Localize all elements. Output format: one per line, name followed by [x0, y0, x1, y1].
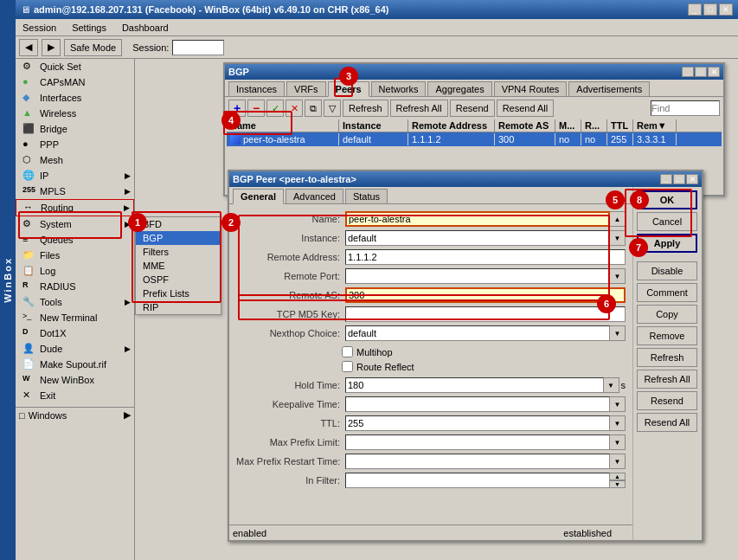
in-filter-input[interactable]	[345, 473, 610, 488]
sidebar-item-log[interactable]: 📋 Log	[16, 263, 134, 279]
nexthop-dropdown[interactable]: ▼	[610, 325, 626, 341]
bgp-peer-maximize[interactable]: □	[673, 174, 685, 184]
resend-button[interactable]: Resend	[637, 391, 697, 410]
peer-tab-general[interactable]: General	[233, 189, 284, 204]
sidebar-item-new-winbox[interactable]: W New WinBox	[16, 372, 134, 388]
sidebar-item-quick-set[interactable]: ⚙ Quick Set	[16, 59, 134, 74]
submenu-mme[interactable]: MME	[136, 259, 221, 273]
sidebar-item-tools[interactable]: 🔧 Tools ▶	[16, 294, 134, 310]
route-reflect-checkbox[interactable]	[342, 361, 353, 372]
sidebar-item-queues[interactable]: ≡ Queues	[16, 232, 134, 248]
sidebar-item-ip[interactable]: 🌐 IP ▶	[16, 168, 134, 183]
ttl-input[interactable]	[345, 415, 610, 431]
in-filter-up[interactable]: ▲	[610, 473, 626, 480]
remote-as-input[interactable]	[345, 287, 626, 303]
bgp-copy-icon-button[interactable]: ⧉	[305, 100, 322, 117]
hold-time-input[interactable]	[345, 377, 604, 393]
ttl-dropdown[interactable]: ▼	[610, 415, 626, 431]
keepalive-dropdown[interactable]: ▼	[610, 396, 626, 412]
session-input[interactable]	[172, 40, 224, 55]
max-prefix-restart-input[interactable]	[345, 454, 610, 469]
table-row[interactable]: peer-to-alestra default 1.1.1.2 300 no n…	[227, 132, 722, 146]
peer-tab-status[interactable]: Status	[345, 189, 388, 203]
sidebar-item-radius[interactable]: R RADIUS	[16, 279, 134, 294]
tab-vrfs[interactable]: VRFs	[286, 81, 326, 96]
sidebar-item-mpls[interactable]: 255 MPLS ▶	[16, 183, 134, 199]
instance-input[interactable]	[345, 230, 610, 246]
bgp-refresh-button[interactable]: Refresh	[343, 100, 388, 117]
bgp-peer-close[interactable]: ✕	[686, 174, 698, 184]
tab-aggregates[interactable]: Aggregates	[427, 81, 491, 96]
bgp-maximize[interactable]: □	[695, 67, 707, 77]
menu-dashboard[interactable]: Dashboard	[119, 22, 172, 34]
sidebar-item-exit[interactable]: ✕ Exit	[16, 388, 134, 403]
sidebar-item-bridge[interactable]: ⬛ Bridge	[16, 121, 134, 137]
name-input[interactable]	[345, 211, 610, 227]
remote-port-dropdown[interactable]: ▼	[610, 268, 626, 284]
sidebar-item-windows[interactable]: □ Windows ▶	[16, 407, 134, 422]
sidebar-item-mesh[interactable]: ⬡ Mesh	[16, 152, 134, 168]
cancel-button[interactable]: Cancel	[637, 212, 697, 231]
sidebar-item-make-supout[interactable]: 📄 Make Supout.rif	[16, 357, 134, 372]
bgp-remove-button[interactable]: −	[247, 100, 265, 117]
submenu-ospf[interactable]: OSPF	[136, 273, 221, 286]
max-prefix-input[interactable]	[345, 434, 610, 450]
remote-port-input[interactable]	[345, 268, 610, 284]
nexthop-input[interactable]	[345, 325, 610, 341]
submenu-filters[interactable]: Filters	[136, 245, 221, 259]
bgp-refresh-all-button[interactable]: Refresh All	[390, 100, 448, 117]
instance-dropdown[interactable]: ▼	[610, 230, 626, 246]
sidebar-item-dude[interactable]: 👤 Dude ▶	[16, 341, 134, 357]
bgp-cross-button[interactable]: ✕	[286, 100, 303, 117]
name-scroll-up[interactable]: ▲	[610, 211, 626, 227]
maximize-button[interactable]: □	[703, 3, 717, 16]
tab-vpn4-routes[interactable]: VPN4 Routes	[494, 81, 568, 96]
copy-button[interactable]: Copy	[637, 305, 697, 324]
bgp-filter-button[interactable]: ▽	[324, 100, 341, 117]
sidebar-item-files[interactable]: 📁 Files	[16, 248, 134, 263]
sidebar-item-dot1x[interactable]: D Dot1X	[16, 325, 134, 341]
tab-advertisements[interactable]: Advertisements	[568, 81, 650, 96]
bgp-peer-minimize[interactable]: _	[660, 174, 672, 184]
refresh-button[interactable]: Refresh	[637, 348, 697, 367]
submenu-bgp[interactable]: BGP	[136, 231, 221, 245]
bgp-find-input[interactable]	[651, 100, 720, 116]
multihop-checkbox[interactable]	[342, 346, 353, 357]
bgp-minimize[interactable]: _	[682, 67, 694, 77]
submenu-bfd[interactable]: BFD	[136, 217, 221, 231]
menu-settings[interactable]: Settings	[68, 22, 110, 34]
sidebar-item-ppp[interactable]: ● PPP	[16, 137, 134, 152]
max-prefix-restart-dropdown[interactable]: ▼	[610, 454, 626, 469]
disable-button[interactable]: Disable	[637, 261, 697, 280]
keepalive-input[interactable]	[345, 396, 610, 412]
tcp-md5-input[interactable]	[345, 306, 626, 322]
sidebar-item-interfaces[interactable]: ◆ Interfaces	[16, 90, 134, 106]
close-button[interactable]: ✕	[719, 3, 733, 16]
sidebar-item-wireless[interactable]: ▲ Wireless	[16, 106, 134, 121]
safe-mode-button[interactable]: Safe Mode	[64, 39, 122, 56]
sidebar-item-capsman[interactable]: ● CAPsMAN	[16, 74, 134, 90]
refresh-all-button[interactable]: Refresh All	[637, 370, 697, 389]
max-prefix-dropdown[interactable]: ▼	[610, 434, 626, 450]
remove-button[interactable]: Remove	[637, 326, 697, 345]
sidebar-item-system[interactable]: ⚙ System ▶	[16, 216, 134, 232]
bgp-close[interactable]: ✕	[708, 67, 720, 77]
peer-tab-advanced[interactable]: Advanced	[286, 189, 343, 203]
tab-networks[interactable]: Networks	[371, 81, 427, 96]
remote-address-input[interactable]	[345, 249, 626, 265]
submenu-prefix-lists[interactable]: Prefix Lists	[136, 286, 221, 300]
in-filter-down[interactable]: ▼	[610, 480, 626, 488]
resend-all-button[interactable]: Resend All	[637, 413, 697, 432]
bgp-resend-all-button[interactable]: Resend All	[497, 100, 555, 117]
minimize-button[interactable]: _	[688, 3, 702, 16]
sidebar-item-routing[interactable]: ↔ Routing ▶	[16, 199, 134, 216]
bgp-resend-button[interactable]: Resend	[450, 100, 495, 117]
forward-button[interactable]: ▶	[42, 39, 61, 56]
hold-time-dropdown[interactable]: ▼	[604, 377, 619, 393]
sidebar-item-new-terminal[interactable]: >_ New Terminal	[16, 310, 134, 325]
bgp-check-button[interactable]: ✓	[266, 100, 284, 117]
submenu-rip[interactable]: RIP	[136, 300, 221, 314]
menu-session[interactable]: Session	[19, 22, 60, 34]
comment-button[interactable]: Comment	[637, 283, 697, 302]
back-button[interactable]: ◀	[19, 39, 38, 56]
